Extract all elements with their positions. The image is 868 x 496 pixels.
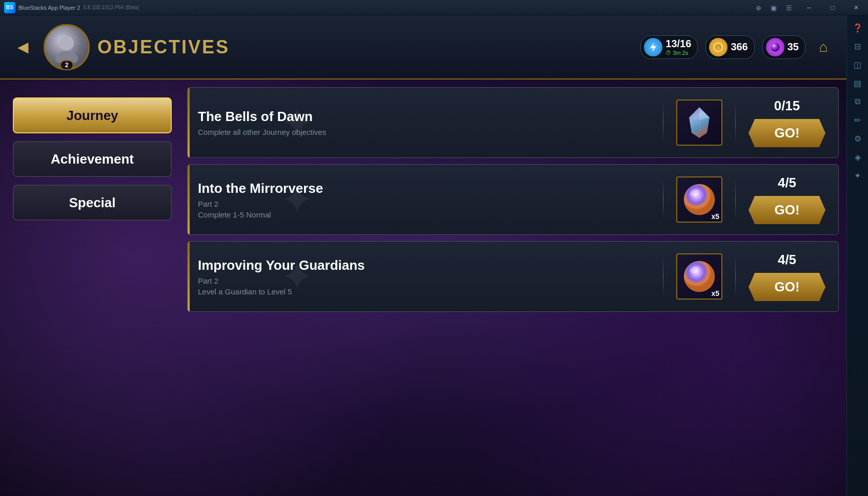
avatar-level: 2 — [60, 60, 74, 70]
nav-journey-button[interactable]: Journey — [13, 97, 172, 133]
titlebar-right-icons: ⊕ ▣ ☰ — [751, 0, 796, 15]
titlebar-icon-1[interactable]: ⊕ — [751, 1, 765, 15]
action-section-2: 4/5 GO! — [746, 252, 828, 301]
back-button[interactable]: ◀ — [10, 34, 36, 60]
reward-container-1: x5 — [674, 176, 725, 223]
gem-resource: 35 — [762, 35, 805, 59]
objective-title-1: Into the Mirrorverse — [198, 181, 653, 196]
objective-title-2: Improving Your Guardians — [198, 257, 653, 273]
objectives-list: ✦ The Bells of Dawn Complete all other J… — [185, 82, 846, 496]
header-bar: ◀ 2 OBJECTIVES 13/16 — [0, 15, 846, 80]
go-button-1[interactable]: GO! — [749, 196, 825, 224]
sidebar-icon-7[interactable]: ⚙ — [850, 130, 866, 147]
objective-info-2: Improving Your Guardians Part 2 Level a … — [198, 257, 653, 296]
divider-1 — [663, 179, 663, 220]
sidebar-icon-5[interactable]: ⧉ — [850, 93, 866, 110]
gem-icon — [766, 38, 784, 56]
svg-text:$: $ — [717, 45, 720, 50]
go-button-0[interactable]: GO! — [749, 119, 825, 147]
resource-bar: 13/16 ⏱3m 2s $ 366 — [640, 35, 805, 59]
progress-text-1: 4/5 — [778, 175, 796, 191]
titlebar-icon-3[interactable]: ☰ — [782, 1, 796, 15]
maximize-button[interactable]: □ — [821, 0, 844, 15]
main-content: Journey Achievement Special ✦ The Bells … — [0, 82, 846, 496]
sidebar-icon-1[interactable]: ❓ — [850, 19, 866, 36]
divider-2 — [663, 256, 663, 297]
objective-desc-2: Level a Guardian to Level 5 — [198, 287, 653, 296]
progress-text-2: 4/5 — [778, 252, 796, 268]
divider-1b — [735, 179, 736, 220]
sidebar-icon-9[interactable]: ✦ — [850, 167, 866, 184]
app-title: BlueStacks App Player 2 — [18, 5, 80, 11]
coin-resource: $ 366 — [705, 35, 754, 59]
divider-2b — [735, 256, 736, 297]
objective-info-0: The Bells of Dawn Complete all other Jou… — [198, 109, 653, 136]
coin-icon: $ — [709, 38, 728, 56]
lightning-timer: ⏱3m 2s — [665, 50, 688, 56]
titlebar: BS BlueStacks App Player 2 5.8.100.1013 … — [0, 0, 868, 15]
titlebar-icon-2[interactable]: ▣ — [766, 1, 781, 15]
lightning-resource: 13/16 ⏱3m 2s — [640, 35, 698, 59]
reward-box-2: x5 — [676, 253, 722, 300]
left-nav: Journey Achievement Special — [0, 82, 185, 496]
reward-container-2: x5 — [674, 253, 725, 300]
lightning-icon — [644, 38, 662, 56]
home-button[interactable]: ⌂ — [811, 34, 836, 60]
progress-text-0: 0/15 — [774, 98, 800, 114]
avatar-container: 2 — [44, 24, 90, 70]
svg-point-6 — [771, 43, 780, 52]
gem-value: 35 — [788, 41, 799, 53]
lightning-stack: 13/16 ⏱3m 2s — [665, 38, 691, 56]
sidebar-icon-8[interactable]: ◈ — [850, 149, 866, 165]
go-button-2[interactable]: GO! — [749, 273, 825, 301]
app-version: 5.8.100.1013 P64 (Beta) — [83, 5, 139, 10]
objective-card-1: ✦ Into the Mirrorverse Part 2 Complete 1… — [187, 164, 839, 235]
action-section-0: 0/15 GO! — [746, 98, 828, 147]
right-sidebar: ❓ ⊟ ◫ ▤ ⧉ ✏ ⚙ ◈ ✦ — [846, 15, 868, 496]
nav-achievement-button[interactable]: Achievement — [13, 141, 172, 177]
objective-part-2: Part 2 — [198, 276, 653, 285]
sidebar-icon-6[interactable]: ✏ — [850, 112, 866, 128]
lightning-value: 13/16 — [665, 38, 691, 50]
reward-box-1: x5 — [676, 176, 722, 223]
close-button[interactable]: ✕ — [844, 0, 868, 15]
divider-0 — [663, 102, 663, 143]
nav-special-button[interactable]: Special — [13, 185, 172, 221]
svg-point-0 — [59, 36, 74, 50]
svg-point-7 — [773, 45, 776, 47]
sidebar-icon-3[interactable]: ◫ — [850, 56, 866, 73]
objective-part-1: Part 2 — [198, 200, 653, 208]
reward-multiplier-1: x5 — [711, 212, 719, 221]
sidebar-icon-4[interactable]: ▤ — [850, 75, 866, 91]
objective-title-0: The Bells of Dawn — [198, 109, 653, 125]
objective-card-2: ✦ Improving Your Guardians Part 2 Level … — [187, 241, 839, 312]
objective-info-1: Into the Mirrorverse Part 2 Complete 1-5… — [198, 181, 653, 219]
window-controls: ─ □ ✕ — [797, 0, 868, 15]
minimize-button[interactable]: ─ — [797, 0, 821, 15]
app-logo: BS — [4, 2, 15, 13]
reward-container-0 — [674, 100, 725, 146]
reward-box-0 — [676, 100, 722, 146]
sidebar-icon-2[interactable]: ⊟ — [850, 38, 866, 54]
divider-0b — [735, 102, 736, 143]
svg-marker-2 — [650, 43, 656, 52]
reward-multiplier-2: x5 — [711, 289, 719, 297]
page-title: OBJECTIVES — [97, 36, 230, 58]
coin-value: 366 — [731, 41, 748, 53]
action-section-1: 4/5 GO! — [746, 175, 828, 224]
objective-desc-1: Complete 1-5 Normal — [198, 210, 653, 219]
objective-card-0: ✦ The Bells of Dawn Complete all other J… — [187, 87, 839, 158]
objective-desc-0: Complete all other Journey objectives — [198, 128, 653, 136]
game-area: ❓ ⊟ ◫ ▤ ⧉ ✏ ⚙ ◈ ✦ ◀ 2 OBJECTIVES — [0, 15, 868, 496]
